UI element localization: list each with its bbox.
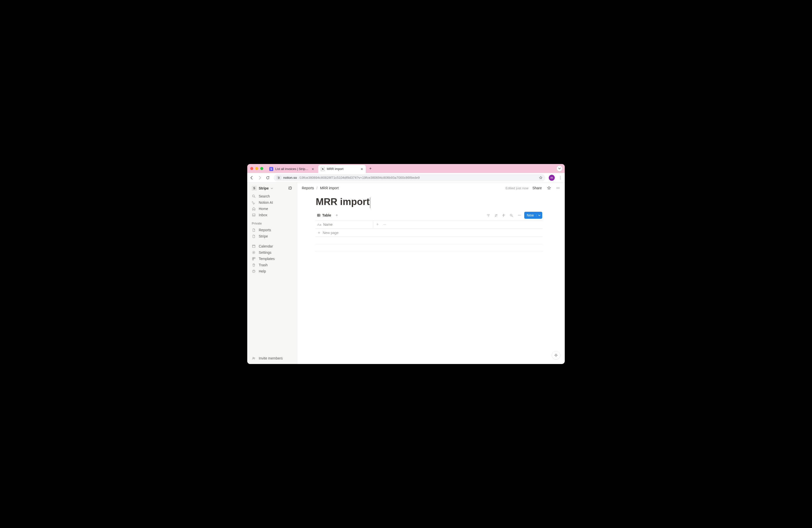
new-button-dropdown[interactable] <box>536 214 542 217</box>
sidebar-page-reports[interactable]: Reports <box>249 227 295 233</box>
inbox-icon <box>252 213 256 217</box>
table-header-row: Aa Name <box>315 220 543 229</box>
calendar-icon <box>252 244 256 248</box>
breadcrumb: Reports / MRR import <box>301 186 340 191</box>
lightning-icon <box>502 214 506 217</box>
filter-button[interactable] <box>485 212 491 218</box>
sidebar-item-trash[interactable]: Trash <box>249 262 295 268</box>
forward-button[interactable] <box>258 176 262 180</box>
column-header-name[interactable]: Aa Name <box>315 220 373 229</box>
svg-rect-8 <box>254 258 255 259</box>
sidebar-page-stripe[interactable]: Stripe <box>249 233 295 239</box>
workspace-switcher[interactable]: S Stripe <box>249 185 295 192</box>
more-horizontal-icon <box>517 213 521 217</box>
tab-notion-mrr[interactable]: N MRR import ✕ <box>318 165 366 173</box>
window-minimize-button[interactable] <box>255 167 258 170</box>
sidebar-item-search[interactable]: Search <box>249 193 295 199</box>
sidebar: S Stripe Search Notion AI <box>247 182 297 364</box>
column-header-label: Name <box>323 222 333 226</box>
column-actions <box>373 222 389 226</box>
sidebar-item-invite-members[interactable]: Invite members <box>249 355 295 361</box>
svg-point-0 <box>278 176 278 177</box>
table-footer-row <box>315 244 543 252</box>
sidebar-item-inbox[interactable]: Inbox <box>249 212 295 218</box>
new-page-button[interactable] <box>288 186 292 191</box>
browser-menu-button[interactable]: ⋮ <box>558 175 562 180</box>
reload-button[interactable] <box>266 176 270 180</box>
ai-icon <box>554 353 558 357</box>
sidebar-item-home[interactable]: Home <box>249 206 295 212</box>
add-view-button[interactable]: + <box>334 212 339 218</box>
sidebar-item-settings[interactable]: Settings <box>249 249 295 255</box>
window-zoom-button[interactable] <box>260 167 263 170</box>
sidebar-item-label: Templates <box>259 257 275 261</box>
plus-icon <box>317 231 321 235</box>
gear-icon <box>252 250 256 254</box>
share-button[interactable]: Share <box>531 185 543 191</box>
more-horizontal-icon <box>556 186 560 190</box>
page-body: MRR import Table + <box>297 193 565 364</box>
templates-icon <box>252 257 256 261</box>
profile-button[interactable]: m <box>549 175 555 181</box>
sidebar-item-label: Settings <box>259 250 272 254</box>
column-more-button[interactable] <box>383 222 387 226</box>
tabs-dropdown-button[interactable] <box>557 166 562 171</box>
sidebar-item-label: Notion AI <box>259 201 273 205</box>
notion-favicon: N <box>321 167 325 171</box>
window-close-button[interactable] <box>250 167 253 170</box>
sidebar-item-label: Inbox <box>259 213 267 217</box>
sidebar-item-help[interactable]: Help <box>249 268 295 274</box>
compose-icon <box>288 186 292 191</box>
tune-icon <box>277 176 280 179</box>
new-tab-button[interactable]: + <box>367 166 374 171</box>
arrow-left-icon <box>250 176 254 180</box>
bookmark-button[interactable] <box>539 176 543 180</box>
tab-stripe-api[interactable]: S List all invoices | Stripe API R ✕ <box>267 165 317 173</box>
sidebar-item-label: Invite members <box>259 356 283 360</box>
breadcrumb-reports[interactable]: Reports <box>301 186 315 191</box>
view-tab-table[interactable]: Table <box>316 212 332 218</box>
automation-button[interactable] <box>501 212 507 218</box>
sidebar-utility: Calendar Settings Templates Trash Help <box>247 243 297 275</box>
workspace-name: Stripe <box>259 186 269 190</box>
view-options-button[interactable] <box>516 212 522 218</box>
page-title[interactable]: MRR import <box>315 195 370 212</box>
site-settings-icon[interactable] <box>276 176 281 179</box>
svg-rect-15 <box>318 214 320 216</box>
sidebar-item-calendar[interactable]: Calendar <box>249 243 295 249</box>
sidebar-item-label: Calendar <box>259 244 273 248</box>
sidebar-item-notion-ai[interactable]: Notion AI <box>249 200 295 205</box>
add-column-button[interactable] <box>376 222 379 226</box>
stripe-favicon: S <box>269 167 273 171</box>
sidebar-nav: Search Notion AI Home Inbox <box>247 192 297 219</box>
notion-app: S Stripe Search Notion AI <box>247 182 565 364</box>
table-icon <box>317 213 321 217</box>
url-domain: notion.so <box>283 176 297 179</box>
svg-point-21 <box>385 224 385 225</box>
svg-point-19 <box>520 215 521 216</box>
ai-assist-button[interactable] <box>552 351 560 360</box>
filter-icon <box>487 214 490 217</box>
breadcrumb-separator: / <box>317 186 318 190</box>
sort-button[interactable] <box>493 212 499 218</box>
svg-point-20 <box>383 224 384 225</box>
close-icon[interactable]: ✕ <box>311 167 314 171</box>
back-button[interactable] <box>250 176 254 180</box>
close-icon[interactable]: ✕ <box>361 167 363 171</box>
breadcrumb-current[interactable]: MRR import <box>319 186 340 191</box>
sidebar-item-label: Reports <box>259 228 271 232</box>
new-page-row[interactable]: New page <box>315 229 543 237</box>
address-bar[interactable]: notion.so/19fce380694c80828f71c5104df9d3… <box>274 174 545 181</box>
favorite-button[interactable] <box>546 185 552 191</box>
new-row-button[interactable]: New <box>524 212 542 219</box>
page-more-button[interactable] <box>555 185 561 191</box>
browser-tabbar: S List all invoices | Stripe API R ✕ N M… <box>247 164 565 173</box>
svg-rect-5 <box>252 245 255 248</box>
chevron-down-icon <box>271 187 273 190</box>
page-topbar: Reports / MRR import Edited just now Sha… <box>297 182 565 193</box>
browser-window: S List all invoices | Stripe API R ✕ N M… <box>247 164 565 364</box>
svg-point-2 <box>278 178 279 178</box>
sidebar-item-templates[interactable]: Templates <box>249 256 295 262</box>
search-button[interactable] <box>508 212 514 218</box>
svg-point-1 <box>279 177 279 178</box>
